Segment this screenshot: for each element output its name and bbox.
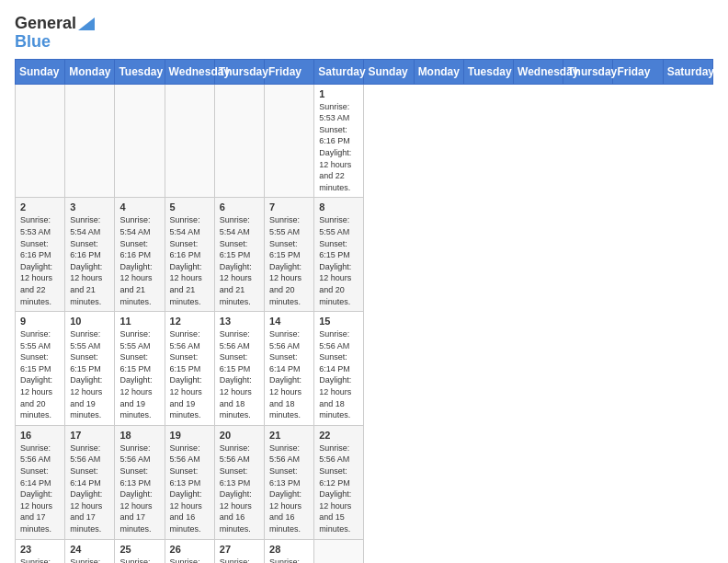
calendar-cell (314, 539, 364, 563)
col-header-tuesday: Tuesday (115, 59, 165, 84)
calendar-cell: 12Sunrise: 5:56 AM Sunset: 6:15 PM Dayli… (165, 312, 214, 426)
day-number: 3 (70, 201, 109, 213)
day-number: 11 (119, 316, 159, 327)
day-number: 23 (20, 544, 60, 555)
calendar-cell (115, 84, 165, 198)
col-header-friday: Friday (265, 59, 314, 84)
col-header-sunday: Sunday (16, 59, 65, 84)
col-header-tuesday: Tuesday (463, 59, 513, 84)
day-number: 13 (220, 316, 259, 327)
calendar-cell: 16Sunrise: 5:56 AM Sunset: 6:14 PM Dayli… (16, 425, 65, 539)
calendar-cell: 5Sunrise: 5:54 AM Sunset: 6:16 PM Daylig… (165, 198, 214, 312)
logo-text: General Blue (15, 15, 95, 52)
calendar-header-row: SundayMondayTuesdayWednesdayThursdayFrid… (16, 59, 713, 84)
day-number: 17 (70, 430, 109, 441)
calendar-cell: 4Sunrise: 5:54 AM Sunset: 6:16 PM Daylig… (115, 198, 165, 312)
day-info: Sunrise: 5:56 AM Sunset: 6:14 PM Dayligh… (319, 328, 358, 421)
day-info: Sunrise: 5:55 AM Sunset: 6:15 PM Dayligh… (70, 328, 109, 421)
day-number: 24 (70, 544, 109, 555)
day-info: Sunrise: 5:56 AM Sunset: 6:13 PM Dayligh… (119, 442, 159, 535)
col-header-wednesday: Wednesday (165, 59, 214, 84)
day-number: 12 (170, 316, 210, 327)
day-info: Sunrise: 5:54 AM Sunset: 6:15 PM Dayligh… (220, 214, 259, 307)
day-info: Sunrise: 5:56 AM Sunset: 6:12 PM Dayligh… (319, 442, 358, 535)
day-number: 22 (319, 430, 358, 441)
calendar-cell: 25Sunrise: 5:57 AM Sunset: 6:11 PM Dayli… (115, 539, 165, 563)
day-number: 7 (269, 201, 309, 213)
day-info: Sunrise: 5:57 AM Sunset: 6:12 PM Dayligh… (70, 557, 109, 563)
day-number: 18 (119, 430, 159, 441)
day-number: 1 (319, 88, 358, 99)
day-number: 4 (119, 201, 159, 213)
calendar-table: SundayMondayTuesdayWednesdayThursdayFrid… (15, 59, 713, 563)
day-number: 25 (119, 544, 159, 555)
day-info: Sunrise: 5:57 AM Sunset: 6:11 PM Dayligh… (220, 557, 259, 563)
calendar-cell: 8Sunrise: 5:55 AM Sunset: 6:15 PM Daylig… (314, 198, 364, 312)
day-info: Sunrise: 5:56 AM Sunset: 6:14 PM Dayligh… (70, 442, 109, 535)
col-header-saturday: Saturday (663, 59, 712, 84)
calendar-cell: 2Sunrise: 5:53 AM Sunset: 6:16 PM Daylig… (16, 198, 65, 312)
day-info: Sunrise: 5:56 AM Sunset: 6:13 PM Dayligh… (269, 442, 309, 535)
day-info: Sunrise: 5:55 AM Sunset: 6:15 PM Dayligh… (119, 328, 159, 421)
day-info: Sunrise: 5:57 AM Sunset: 6:11 PM Dayligh… (170, 557, 210, 563)
calendar-cell (214, 84, 264, 198)
calendar-cell (65, 84, 115, 198)
calendar-cell: 9Sunrise: 5:55 AM Sunset: 6:15 PM Daylig… (16, 312, 65, 426)
day-number: 26 (170, 544, 210, 555)
calendar-cell: 15Sunrise: 5:56 AM Sunset: 6:14 PM Dayli… (314, 312, 364, 426)
day-info: Sunrise: 5:55 AM Sunset: 6:15 PM Dayligh… (20, 328, 60, 421)
col-header-saturday: Saturday (314, 59, 364, 84)
calendar-cell: 28Sunrise: 5:57 AM Sunset: 6:10 PM Dayli… (265, 539, 314, 563)
logo: General Blue (15, 15, 95, 52)
week-row-1: 1Sunrise: 5:53 AM Sunset: 6:16 PM Daylig… (16, 84, 713, 198)
calendar-cell (16, 84, 65, 198)
calendar-cell: 17Sunrise: 5:56 AM Sunset: 6:14 PM Dayli… (65, 425, 115, 539)
day-number: 27 (220, 544, 259, 555)
day-number: 28 (269, 544, 309, 555)
calendar-cell: 11Sunrise: 5:55 AM Sunset: 6:15 PM Dayli… (115, 312, 165, 426)
calendar-cell: 7Sunrise: 5:55 AM Sunset: 6:15 PM Daylig… (265, 198, 314, 312)
day-number: 2 (20, 201, 60, 213)
day-info: Sunrise: 5:56 AM Sunset: 6:14 PM Dayligh… (269, 328, 309, 421)
day-number: 19 (170, 430, 210, 441)
calendar-cell: 19Sunrise: 5:56 AM Sunset: 6:13 PM Dayli… (165, 425, 214, 539)
calendar-cell: 24Sunrise: 5:57 AM Sunset: 6:12 PM Dayli… (65, 539, 115, 563)
header: General Blue (15, 15, 713, 52)
day-info: Sunrise: 5:57 AM Sunset: 6:11 PM Dayligh… (119, 557, 159, 563)
calendar-cell: 6Sunrise: 5:54 AM Sunset: 6:15 PM Daylig… (214, 198, 264, 312)
day-info: Sunrise: 5:53 AM Sunset: 6:16 PM Dayligh… (20, 214, 60, 307)
col-header-wednesday: Wednesday (514, 59, 563, 84)
day-info: Sunrise: 5:55 AM Sunset: 6:15 PM Dayligh… (319, 214, 358, 307)
day-number: 5 (170, 201, 210, 213)
calendar-cell: 18Sunrise: 5:56 AM Sunset: 6:13 PM Dayli… (115, 425, 165, 539)
calendar-cell: 21Sunrise: 5:56 AM Sunset: 6:13 PM Dayli… (265, 425, 314, 539)
day-info: Sunrise: 5:54 AM Sunset: 6:16 PM Dayligh… (70, 214, 109, 307)
week-row-5: 23Sunrise: 5:57 AM Sunset: 6:12 PM Dayli… (16, 539, 713, 563)
day-info: Sunrise: 5:57 AM Sunset: 6:10 PM Dayligh… (269, 557, 309, 563)
col-header-sunday: Sunday (364, 59, 414, 84)
day-number: 16 (20, 430, 60, 441)
day-info: Sunrise: 5:54 AM Sunset: 6:16 PM Dayligh… (170, 214, 210, 307)
calendar-cell: 13Sunrise: 5:56 AM Sunset: 6:15 PM Dayli… (214, 312, 264, 426)
col-header-monday: Monday (65, 59, 115, 84)
calendar-cell: 22Sunrise: 5:56 AM Sunset: 6:12 PM Dayli… (314, 425, 364, 539)
week-row-3: 9Sunrise: 5:55 AM Sunset: 6:15 PM Daylig… (16, 312, 713, 426)
week-row-2: 2Sunrise: 5:53 AM Sunset: 6:16 PM Daylig… (16, 198, 713, 312)
day-info: Sunrise: 5:55 AM Sunset: 6:15 PM Dayligh… (269, 214, 309, 307)
day-number: 21 (269, 430, 309, 441)
logo-bird-icon (78, 17, 95, 30)
day-info: Sunrise: 5:54 AM Sunset: 6:16 PM Dayligh… (119, 214, 159, 307)
calendar-cell: 20Sunrise: 5:56 AM Sunset: 6:13 PM Dayli… (214, 425, 264, 539)
day-number: 14 (269, 316, 309, 327)
day-number: 8 (319, 201, 358, 213)
calendar-cell (165, 84, 214, 198)
day-number: 15 (319, 316, 358, 327)
svg-marker-0 (78, 17, 95, 30)
col-header-thursday: Thursday (214, 59, 264, 84)
calendar-cell: 26Sunrise: 5:57 AM Sunset: 6:11 PM Dayli… (165, 539, 214, 563)
col-header-thursday: Thursday (563, 59, 613, 84)
calendar-cell: 3Sunrise: 5:54 AM Sunset: 6:16 PM Daylig… (65, 198, 115, 312)
day-info: Sunrise: 5:56 AM Sunset: 6:15 PM Dayligh… (220, 328, 259, 421)
day-info: Sunrise: 5:53 AM Sunset: 6:16 PM Dayligh… (319, 101, 358, 194)
col-header-friday: Friday (613, 59, 663, 84)
